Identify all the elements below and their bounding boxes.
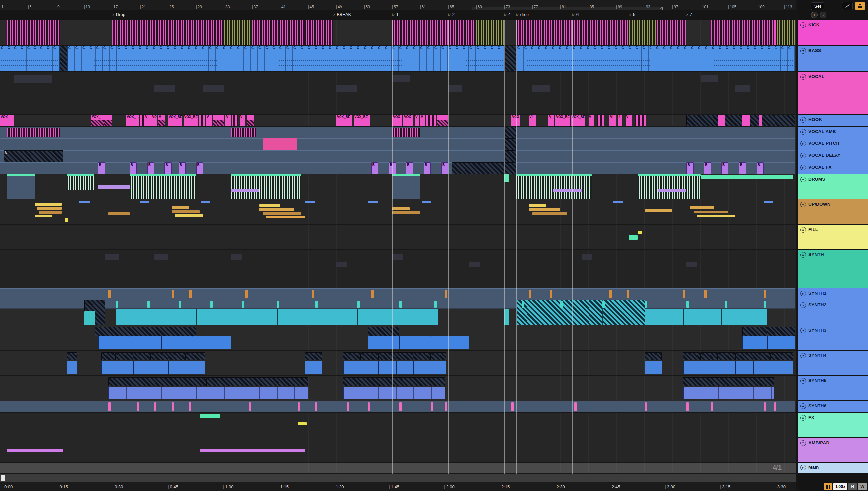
clip[interactable]: [742, 327, 767, 336]
clip[interactable]: [201, 201, 210, 203]
clip[interactable]: [137, 402, 139, 411]
clip[interactable]: [764, 290, 766, 298]
locator-drop[interactable]: ▷Drop: [112, 12, 125, 17]
clip-vox-be[interactable]: VOX_BE: [571, 115, 585, 126]
clip[interactable]: [778, 20, 795, 46]
clip[interactable]: [347, 402, 349, 411]
clip[interactable]: [108, 387, 207, 399]
clip[interactable]: [102, 361, 115, 374]
clip[interactable]: [336, 85, 357, 92]
play-triangle-icon[interactable]: ▸: [801, 165, 806, 170]
clip[interactable]: [368, 327, 399, 336]
clip[interactable]: [392, 255, 403, 260]
clip[interactable]: [657, 20, 686, 46]
clip-vox[interactable]: VOX_: [91, 115, 104, 126]
clip[interactable]: [130, 174, 196, 199]
clip[interactable]: [0, 162, 452, 174]
clip-v[interactable]: V!: [609, 115, 616, 126]
clip[interactable]: [151, 361, 168, 374]
clip[interactable]: [37, 207, 62, 210]
clip[interactable]: [79, 201, 90, 203]
clip[interactable]: [686, 115, 795, 126]
clip[interactable]: [701, 75, 718, 82]
clip[interactable]: [718, 361, 735, 374]
lock-button[interactable]: [855, 2, 865, 10]
clip[interactable]: [434, 301, 437, 308]
track-width-button[interactable]: W: [858, 483, 867, 490]
clip[interactable]: [686, 262, 697, 267]
group-lines-icon[interactable]: ≡: [801, 202, 806, 207]
track-header-synth5[interactable]: ▾SYNTH5: [798, 376, 868, 401]
track-lane-vocal-delay[interactable]: A: [0, 150, 796, 162]
clip[interactable]: [701, 361, 718, 374]
clip[interactable]: [193, 336, 231, 349]
draw-mode-button[interactable]: [842, 2, 853, 10]
clip[interactable]: [35, 20, 60, 46]
clip[interactable]: [742, 115, 749, 126]
clip[interactable]: [645, 361, 662, 374]
clip[interactable]: [504, 139, 516, 150]
clip[interactable]: [108, 377, 207, 386]
clip[interactable]: [574, 402, 576, 411]
clip[interactable]: [259, 204, 280, 207]
clip[interactable]: [683, 309, 722, 325]
clip[interactable]: [161, 336, 193, 349]
clip-b[interactable]: B: [686, 162, 693, 174]
clip[interactable]: [199, 449, 305, 452]
clip[interactable]: [35, 215, 53, 217]
clip[interactable]: [431, 402, 433, 411]
track-lane-bass[interactable]: CCCCCCCCCCCCCCCCCCCCCCCCCCCCCCCCCCCCCCCC…: [0, 46, 796, 71]
clip[interactable]: [116, 361, 133, 374]
clip[interactable]: [423, 201, 431, 203]
clip[interactable]: [437, 115, 448, 126]
clip[interactable]: [357, 309, 438, 325]
clip[interactable]: [629, 235, 637, 240]
clip[interactable]: [0, 139, 504, 150]
set-button[interactable]: Set: [811, 2, 824, 10]
clip[interactable]: [233, 115, 238, 126]
clip-v[interactable]: V: [421, 115, 425, 126]
zoom-level-button[interactable]: 1.00x: [833, 483, 847, 490]
clip[interactable]: [602, 300, 645, 325]
clip[interactable]: [627, 290, 629, 298]
clip[interactable]: [154, 402, 156, 411]
clip[interactable]: [550, 290, 552, 298]
locator-row[interactable]: ▷Drop▷BREAK▷1▷2▷4▷drop▷6▷5▷7: [0, 10, 796, 20]
clip[interactable]: [701, 175, 793, 179]
clip[interactable]: [581, 255, 592, 260]
clip[interactable]: [133, 361, 151, 374]
clip[interactable]: [759, 115, 762, 126]
clip-v[interactable]: V: [626, 115, 632, 126]
clip[interactable]: [413, 361, 431, 374]
clip[interactable]: [504, 150, 516, 162]
clip[interactable]: [263, 212, 301, 215]
track-header-vocal-fx[interactable]: ▸VOCAL FX: [798, 162, 868, 174]
clip[interactable]: [343, 387, 444, 399]
track-header-up-down[interactable]: ≡UP/DOWN: [798, 199, 868, 225]
clip[interactable]: [392, 75, 410, 82]
clip[interactable]: [210, 301, 213, 308]
clip[interactable]: [305, 20, 333, 46]
clip-b[interactable]: B: [98, 162, 105, 174]
clip[interactable]: [774, 402, 776, 411]
clip[interactable]: [392, 211, 421, 214]
clip[interactable]: [504, 309, 509, 325]
clip[interactable]: [199, 115, 205, 126]
clip[interactable]: [469, 262, 480, 267]
clip[interactable]: [683, 352, 701, 361]
clip[interactable]: [189, 290, 191, 298]
clip[interactable]: [336, 262, 347, 267]
clip[interactable]: [629, 20, 657, 46]
clip[interactable]: CCCCCCCCCCCCCCCCCCCCCCCCCCCCCCCCCCCCCCCC…: [67, 46, 504, 71]
clip[interactable]: [186, 352, 205, 361]
group-lines-icon[interactable]: ≡: [801, 177, 806, 182]
play-triangle-icon[interactable]: ▸: [801, 129, 806, 135]
clip[interactable]: [305, 352, 322, 361]
clip[interactable]: [66, 174, 95, 190]
clip[interactable]: [511, 402, 513, 411]
clip[interactable]: [65, 218, 67, 222]
time-ruler[interactable]: 0:000:150:300:451:001:151:301:452:002:15…: [0, 482, 796, 491]
play-triangle-icon[interactable]: ▸: [801, 465, 806, 470]
clip-vox[interactable]: VOX_: [126, 115, 139, 126]
clip[interactable]: [764, 301, 766, 308]
